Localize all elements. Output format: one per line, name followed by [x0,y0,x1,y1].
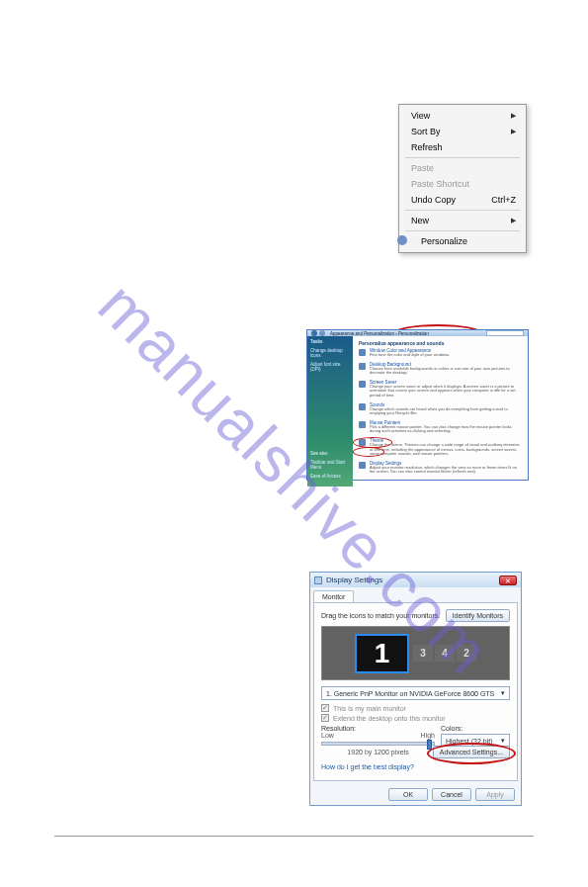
checkbox-icon: ✓ [321,704,329,712]
chevron-right-icon: ▶ [511,128,516,135]
display-icon [314,577,322,584]
desktop-context-menu: View▶ Sort By▶ Refresh Paste Paste Short… [398,104,527,253]
checkbox-label: This is my main monitor [333,705,406,712]
resolution-slider[interactable] [321,742,435,746]
close-button[interactable]: ✕ [499,576,517,585]
slider-low: Low [321,732,334,739]
ctx-undo-copy[interactable]: Undo CopyCtrl+Z [399,192,526,208]
resolution-value: 1920 by 1200 pixels [321,749,435,755]
monitor-2[interactable]: 2 [457,645,476,662]
sidebar-link[interactable]: Change desktop icons [310,349,350,359]
ctx-refresh[interactable]: Refresh [399,139,526,155]
chevron-right-icon: ▶ [511,217,516,224]
ctx-label: Undo Copy [411,195,456,205]
ctx-label: Paste Shortcut [411,179,469,189]
monitor-4[interactable]: 4 [435,645,455,662]
monitor-icon [359,462,366,469]
sidebar-heading: See also [310,452,350,457]
separator [405,230,520,231]
tab-page: Drag the icons to match your monitors. I… [313,602,518,781]
ctx-label: Refresh [411,142,443,152]
ctx-label: Sort By [411,127,441,136]
sidebar-link[interactable]: Ease of Access [310,475,350,480]
option-sounds[interactable]: SoundsChange which sounds are heard when… [359,402,522,416]
monitor-stage[interactable]: 1 3 4 2 [321,626,510,680]
ctx-sortby[interactable]: Sort By▶ [399,124,526,139]
cancel-button[interactable]: Cancel [432,788,471,801]
dialog-titlebar: Display Settings ✕ [310,573,521,587]
ctx-view[interactable]: View▶ [399,108,526,124]
drag-instruction: Drag the icons to match your monitors. [321,612,440,619]
option-display-settings[interactable]: Display SettingsAdjust your monitor reso… [359,461,522,475]
page-footer-rule [54,836,534,837]
extend-desktop-checkbox: ✓Extend the desktop onto this monitor [321,714,510,722]
option-desc: Choose from available backgrounds or col… [370,367,522,376]
sound-icon [359,403,366,410]
sidebar-link[interactable]: Taskbar and Start Menu [310,461,350,471]
monitor-1[interactable]: 1 [355,634,409,673]
monitor-3[interactable]: 3 [413,645,433,662]
identify-monitors-button[interactable]: Identify Monitors [446,609,510,622]
breadcrumb: Appearance and Personalization › Persona… [330,331,429,336]
ctx-label: New [411,216,429,225]
chevron-down-icon: ▾ [501,737,505,745]
sidebar: Tasks Change desktop icons Adjust font s… [307,336,353,487]
ctx-label: Personalize [421,236,467,246]
colors-label: Colors: [441,725,510,732]
tab-monitor[interactable]: Monitor [313,590,354,602]
display-settings-dialog: Display Settings ✕ Monitor Drag the icon… [309,572,522,806]
resolution-label: Resolution: [321,725,435,732]
option-desktop-background[interactable]: Desktop BackgroundChoose from available … [359,362,522,376]
mouse-icon [359,421,366,428]
chevron-down-icon: ▾ [501,689,505,697]
ctx-paste: Paste [399,160,526,176]
option-desc: Pick a different mouse pointer. You can … [370,425,522,434]
dialog-buttons: OK Cancel Apply [310,784,521,805]
annotation-ellipse [427,743,516,764]
option-desc: Change your screen saver or adjust when … [370,385,522,399]
option-desc: Change which sounds are heard when you d… [370,407,522,416]
separator [405,210,520,211]
checkbox-label: Extend the desktop onto this monitor [333,715,446,722]
nav-forward-icon[interactable] [319,330,325,336]
ctx-shortcut: Ctrl+Z [491,195,516,205]
apply-button: Apply [475,788,515,801]
ctx-new[interactable]: New▶ [399,213,526,228]
background-icon [359,363,366,370]
main-monitor-checkbox: ✓This is my main monitor [321,704,510,712]
chevron-right-icon: ▶ [511,112,516,120]
ctx-label: Paste [411,163,434,173]
ctx-personalize[interactable]: Personalize [399,233,526,249]
monitor-selector[interactable]: 1. Generic PnP Monitor on NVIDIA GeForce… [321,686,510,700]
option-mouse-pointers[interactable]: Mouse PointersPick a different mouse poi… [359,420,522,434]
ctx-paste-shortcut: Paste Shortcut [399,176,526,192]
personalize-icon [397,235,407,245]
screensaver-icon [359,381,366,388]
page-title: Personalize appearance and sounds [359,340,522,346]
color-icon [359,349,366,356]
window-content: Personalize appearance and sounds Window… [353,336,528,487]
option-desc: Fine tune the color and style of your wi… [370,353,450,358]
slider-high: High [421,732,435,739]
checkbox-icon: ✓ [321,714,329,722]
ctx-label: View [411,111,430,121]
help-link[interactable]: How do I get the best display? [321,763,414,770]
separator [405,157,520,158]
option-screen-saver[interactable]: Screen SaverChange your screen saver or … [359,380,522,399]
sidebar-link[interactable]: Adjust font size (DPI) [310,363,350,373]
option-window-color[interactable]: Window Color and AppearanceFine tune the… [359,348,522,358]
annotation-ellipse [353,447,384,457]
option-desc: Change the theme. Themes can change a wi… [370,443,522,457]
sidebar-heading: Tasks [310,340,350,345]
option-desc: Adjust your monitor resolution, which ch… [370,466,522,475]
dialog-title: Display Settings [326,576,382,584]
ok-button[interactable]: OK [388,788,428,801]
monitor-selector-value: 1. Generic PnP Monitor on NVIDIA GeForce… [326,690,494,697]
personalization-window: Appearance and Personalization › Persona… [306,329,529,481]
